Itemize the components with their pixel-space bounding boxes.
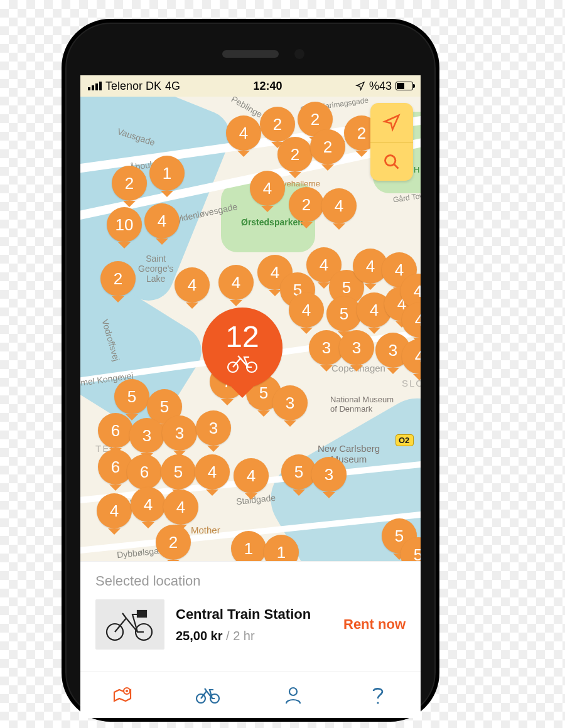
phone-camera — [294, 49, 304, 59]
location-icon — [355, 81, 365, 91]
map-poi-mother: Mother — [191, 525, 220, 535]
station-pin[interactable]: 2 — [260, 107, 295, 142]
bike-thumbnail — [95, 599, 164, 650]
station-pin[interactable]: 4 — [175, 267, 210, 302]
station-pin[interactable]: 3 — [129, 418, 164, 453]
battery-pct-label: %43 — [369, 80, 392, 93]
selected-location-heading: Selected location — [80, 562, 421, 597]
svg-line-5 — [394, 164, 399, 168]
station-pin[interactable]: 5 — [114, 379, 149, 414]
clock-label: 12:40 — [253, 80, 282, 93]
station-pin[interactable]: 4 — [131, 487, 166, 522]
app-screen: Telenor DK 4G 12:40 %43 — [80, 75, 421, 718]
search-button[interactable] — [370, 142, 413, 181]
station-pin[interactable]: 6 — [98, 413, 133, 448]
selected-station-pin[interactable]: 12 — [202, 308, 282, 388]
station-pin[interactable]: 4 — [234, 458, 269, 493]
tab-bar — [80, 672, 421, 718]
station-pin[interactable]: 2 — [156, 525, 191, 560]
map-label-park: Ørstedsparken — [241, 217, 303, 227]
selected-location-row[interactable]: Central Train Station 25,00 kr / 2 hr Re… — [80, 597, 421, 650]
svg-point-14 — [377, 702, 379, 704]
signal-icon — [88, 82, 102, 90]
station-pin[interactable]: 3 — [339, 330, 374, 365]
phone-speaker — [222, 50, 279, 58]
station-pin[interactable]: 4 — [218, 265, 254, 300]
station-pin[interactable]: 2 — [112, 166, 147, 201]
station-pin[interactable]: 3 — [162, 415, 197, 451]
phone-frame: Telenor DK 4G 12:40 %43 — [62, 19, 439, 722]
svg-point-10 — [126, 690, 128, 692]
station-pin[interactable]: 4 — [226, 115, 261, 151]
rent-now-button[interactable]: Rent now — [343, 616, 406, 633]
station-price: 25,00 kr — [176, 629, 223, 643]
station-pin[interactable]: 2 — [310, 129, 345, 164]
svg-rect-8 — [137, 611, 146, 617]
station-pin[interactable]: 4 — [144, 203, 180, 238]
station-pin[interactable]: 4 — [195, 454, 230, 490]
tab-bikes[interactable] — [166, 672, 251, 718]
station-pin[interactable]: 4 — [97, 493, 132, 528]
station-pin[interactable]: 1 — [149, 156, 185, 191]
station-pin[interactable]: 4 — [321, 188, 357, 223]
bottom-sheet: Selected location Central Train Station … — [80, 561, 421, 718]
selected-pin-count: 12 — [225, 322, 259, 352]
tab-profile[interactable] — [250, 672, 336, 718]
bike-icon — [225, 355, 259, 373]
svg-marker-3 — [385, 115, 399, 130]
carrier-label: Telenor DK — [105, 80, 161, 93]
station-pin[interactable]: 4 — [163, 490, 198, 525]
station-pin[interactable]: 3 — [272, 385, 308, 420]
tab-help[interactable] — [336, 672, 421, 718]
station-pin[interactable]: 10 — [107, 207, 142, 242]
network-label: 4G — [165, 80, 180, 93]
map-label-lake: Saint George's Lake — [138, 254, 173, 284]
station-pin[interactable]: 1 — [231, 531, 266, 561]
locate-me-button[interactable] — [370, 103, 413, 142]
station-pin[interactable]: 2 — [100, 261, 136, 296]
svg-point-4 — [385, 155, 396, 165]
station-pin[interactable]: 6 — [127, 454, 162, 490]
map-tools — [370, 103, 413, 181]
station-pin[interactable]: 4 — [250, 171, 285, 206]
station-title: Central Train Station — [176, 606, 332, 623]
station-rate: / 2 hr — [223, 629, 255, 643]
map-badge-o2-2: O2 — [396, 434, 414, 446]
battery-icon — [396, 82, 413, 90]
station-pin[interactable]: 3 — [196, 410, 231, 446]
svg-point-13 — [289, 688, 297, 695]
map-poi-natmuseum: National Museum of Denmark — [330, 395, 394, 414]
status-bar: Telenor DK 4G 12:40 %43 — [80, 75, 421, 97]
station-pin[interactable]: 2 — [289, 187, 324, 222]
tab-map[interactable] — [80, 672, 166, 718]
station-pin[interactable]: 4 — [289, 292, 324, 328]
map-view[interactable]: Saint George's Lake Ørstedsparken Åboule… — [80, 97, 421, 561]
station-pin[interactable]: 5 — [161, 454, 196, 490]
station-pin[interactable]: 3 — [311, 457, 347, 492]
station-pin[interactable]: 5 — [326, 296, 362, 331]
station-pin[interactable]: 2 — [277, 137, 313, 172]
svg-marker-0 — [357, 82, 364, 90]
